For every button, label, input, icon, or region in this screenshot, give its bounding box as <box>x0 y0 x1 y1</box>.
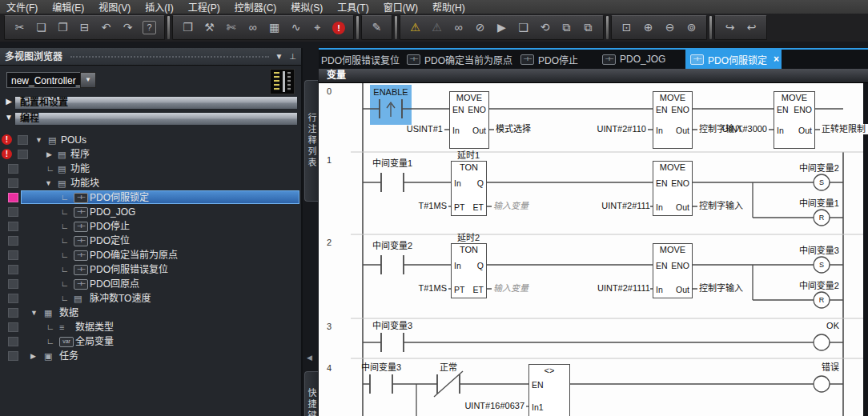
zoom-fit-icon[interactable]: ⊡ <box>616 17 637 38</box>
rung-number[interactable]: 0 <box>327 86 332 97</box>
expander-icon[interactable]: ▼ <box>30 306 38 320</box>
operand-input[interactable]: T#1MS <box>408 283 447 294</box>
operand-output[interactable]: 控制字输入 <box>699 201 743 211</box>
contact-label[interactable]: 中间变量3 <box>361 362 401 373</box>
move-block[interactable]: MOVE ENENO InOut <box>774 91 815 149</box>
menu-file[interactable]: 文件(F) <box>6 0 38 14</box>
io-map-icon[interactable]: ∿ <box>285 17 307 38</box>
expander-icon[interactable]: ▶ <box>30 349 36 363</box>
menu-tools[interactable]: 工具(T) <box>337 0 368 14</box>
delete-icon[interactable]: ⊟ <box>74 17 95 38</box>
instance-name[interactable]: 延时2 <box>457 233 480 243</box>
operand-output[interactable]: 模式选择 <box>496 124 531 134</box>
operand-input[interactable]: UINT#2#110 <box>591 124 646 134</box>
sidebar-item-pdo-position[interactable]: ∟ ⊣⊢ PDO定位 <box>0 234 301 248</box>
section-programming[interactable]: 编程 <box>14 112 298 126</box>
ton-block[interactable]: TON InQ PTET <box>451 243 487 298</box>
controller-dropdown-button[interactable]: ▼ <box>80 72 96 88</box>
offline-icon[interactable]: ⧉ <box>577 17 599 38</box>
zoom-in-icon[interactable]: ⊕ <box>637 17 659 38</box>
monitor-stop-icon[interactable]: ⊘ <box>469 17 491 38</box>
build-icon[interactable]: ⚒ <box>199 17 220 38</box>
help-icon[interactable]: ? <box>143 21 156 34</box>
tab-pdo-set-origin[interactable]: ⊣⊢ PDO确定当前为原点 <box>402 50 512 69</box>
move-block[interactable]: MOVE ENENO InOut <box>653 161 693 216</box>
section-config[interactable]: 配置和设置 <box>14 96 298 110</box>
watch-table-icon[interactable]: ▦ <box>263 17 285 38</box>
operand-output[interactable]: 输入变量 <box>493 283 528 294</box>
variables-bar[interactable]: 变量 <box>319 69 868 83</box>
controller-select[interactable]: new_Controller_0 ▼ <box>6 72 96 88</box>
menu-project[interactable]: 工程(P) <box>188 0 220 14</box>
sidebar-item-global-variables[interactable]: ∟ var 全局变量 <box>0 334 301 349</box>
menu-window[interactable]: 窗口(W) <box>384 0 418 14</box>
expander-icon[interactable]: ▼ <box>35 133 42 147</box>
sidebar-item-functions[interactable]: ∟ ▤ 功能 <box>0 162 301 176</box>
sidebar-item-pdo-jog[interactable]: ∟ ⊣⊢ PDO_JOG <box>0 205 301 219</box>
operand-output[interactable]: 输入变量 <box>493 201 528 211</box>
pin-icon[interactable]: ⊥ <box>289 48 296 66</box>
monitor-run-icon[interactable]: ∞ <box>448 17 469 38</box>
coil-label[interactable]: OK <box>781 321 839 331</box>
zoom-100-icon[interactable]: ⊚ <box>681 17 702 38</box>
menu-insert[interactable]: 插入(I) <box>145 0 173 14</box>
sidebar-item-function-blocks[interactable]: ▼ ▤ 功能块 <box>0 176 301 190</box>
warning-on-icon[interactable]: ⚠ <box>404 17 426 38</box>
menu-simulation[interactable]: 模拟(S) <box>291 0 323 14</box>
operand-input[interactable]: T#1MS <box>408 201 447 211</box>
simulate-run-icon[interactable]: ▶ <box>491 17 512 38</box>
menu-view[interactable]: 视图(V) <box>98 0 131 14</box>
jump-forward-icon[interactable]: ↪ <box>719 17 741 38</box>
sync-icon[interactable]: ⟲ <box>534 17 556 38</box>
cut-icon[interactable]: ✂ <box>9 17 30 38</box>
coil-label[interactable]: 中间变量3 <box>775 246 839 256</box>
menu-edit[interactable]: 编辑(E) <box>52 0 84 14</box>
menu-help[interactable]: 帮助(H) <box>432 0 465 14</box>
contact-label[interactable]: ENABLE <box>373 87 408 98</box>
contact-label[interactable]: 中间变量1 <box>372 158 412 169</box>
collapse-arrow-icon[interactable]: ◀ <box>307 354 312 362</box>
expander-icon[interactable]: ▶ <box>46 147 52 162</box>
online-icon[interactable]: ⧉ <box>556 17 577 38</box>
sidebar-item-pdo-set-origin[interactable]: ∟ ⊣⊢ PDO确定当前为原点 <box>0 248 301 262</box>
operand-input[interactable]: USINT#1 <box>399 124 443 134</box>
expander-icon[interactable]: ▼ <box>45 176 52 190</box>
operand-output[interactable]: 控制字输入 <box>699 283 743 294</box>
sidebar-item-pdo-error-reset[interactable]: ∟ ⊣⊢ PDO伺服错误复位 <box>0 262 301 277</box>
coil-label[interactable]: 中间变量2 <box>775 163 839 174</box>
expander-icon[interactable]: ▼ <box>4 113 14 122</box>
rung-number[interactable]: 3 <box>327 322 332 332</box>
close-icon[interactable]: × <box>774 54 779 65</box>
operand-input[interactable]: UINT#16#0637 <box>459 401 524 411</box>
redo-icon[interactable]: ↷ <box>117 17 139 38</box>
tab-shortcut-list[interactable]: 快捷键列表 <box>304 371 318 416</box>
sidebar-item-pdo-homing[interactable]: ∟ ⊣⊢ PDO回原点 <box>0 277 301 291</box>
error-list-icon[interactable]: ! <box>332 22 345 34</box>
tab-rung-comment-list[interactable]: 行注释列表 <box>304 80 318 202</box>
coil-label[interactable]: 错误 <box>783 362 839 373</box>
operand-output[interactable]: 正转矩限制 <box>822 124 868 134</box>
tab-pdo-servo-lock[interactable]: ⊣⊢ PDO伺服锁定 × <box>685 50 782 69</box>
jump-back-icon[interactable]: ↩ <box>741 17 762 38</box>
rung-number[interactable]: 1 <box>327 155 332 166</box>
paste-icon[interactable]: ❐ <box>52 17 74 38</box>
operand-input[interactable]: UINT#2#1111 <box>589 283 650 294</box>
operand-input[interactable]: UINT#2#111 <box>595 201 650 211</box>
sidebar-item-programs[interactable]: ! ▶ ▤ 程序 <box>0 147 301 162</box>
nc-contact-label[interactable]: 正常 <box>440 362 457 373</box>
compare-block[interactable]: <> EN In1 <box>528 364 570 416</box>
window-icon[interactable]: ❒ <box>177 17 199 38</box>
sidebar-item-pdo-servo-lock[interactable]: ∟ ⊣⊢ PDO伺服锁定 <box>0 190 301 205</box>
operand-input[interactable]: UINT#3000 <box>717 124 767 134</box>
menu-controller[interactable]: 控制器(C) <box>235 0 277 14</box>
search-icon[interactable]: ⌖ <box>307 17 328 38</box>
sidebar-item-tasks[interactable]: ▶ ▣ 任务 <box>0 349 301 363</box>
sidebar-item-data-types[interactable]: ∟ ≡ 数据类型 <box>0 320 301 334</box>
rung-number[interactable]: 4 <box>327 363 332 374</box>
sidebar-item-pous[interactable]: ! ▼ ▤ POUs <box>0 133 301 147</box>
rebuild-icon[interactable]: ✄ <box>220 17 242 38</box>
ton-block[interactable]: TON InQ PTET <box>451 161 487 216</box>
warning-off-icon[interactable]: ⚠ <box>426 17 448 38</box>
move-block[interactable]: MOVE ENENO InOut <box>653 91 693 149</box>
rung-number[interactable]: 2 <box>327 238 332 248</box>
